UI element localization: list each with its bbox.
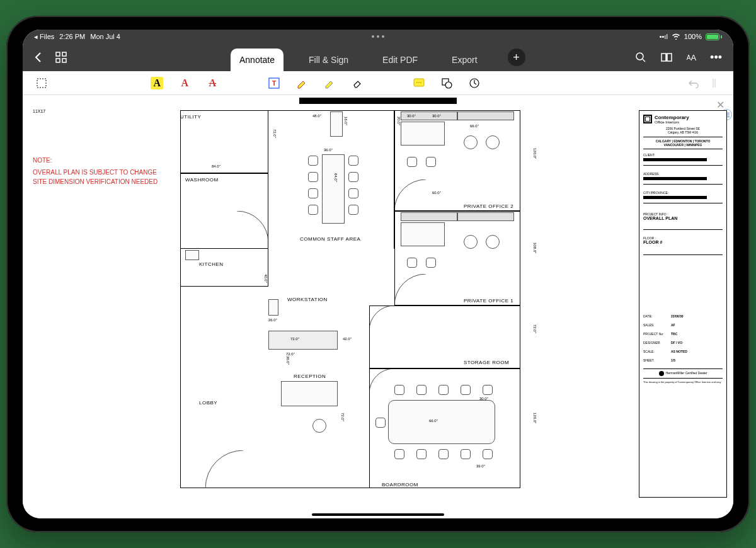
brand-address-2: Calgary, AB T5M 4G6 bbox=[643, 130, 723, 134]
room-lobby: LOBBY bbox=[199, 400, 217, 406]
floorplan-drawing: UTILITY 84.0" WASHROOM KITCHEN COMMON ST… bbox=[180, 110, 552, 498]
brand-sub: Office Interiors bbox=[655, 120, 679, 124]
room-utility: UTILITY bbox=[180, 114, 201, 120]
dim-ws-72: 72.0" bbox=[290, 337, 299, 341]
back-to-app[interactable]: ◂ Files bbox=[34, 33, 54, 41]
tab-fill-sign[interactable]: Fill & Sign bbox=[300, 49, 357, 71]
dim-right-120b: 120.0" bbox=[533, 413, 537, 423]
projectno-value: TBC bbox=[671, 332, 677, 336]
room-washroom: WASHROOM bbox=[185, 177, 219, 183]
dim-ws-40: 40.0" bbox=[264, 274, 268, 283]
svg-rect-0 bbox=[56, 52, 60, 56]
tab-annotate[interactable]: Annotate bbox=[231, 49, 284, 71]
dim-recep-72: 72.0" bbox=[341, 413, 345, 421]
dim-board-66: 66.0" bbox=[429, 419, 438, 423]
more-icon[interactable]: ••• bbox=[710, 51, 722, 64]
room-kitchen: KITCHEN bbox=[199, 261, 224, 267]
text-box-tool[interactable]: T bbox=[268, 77, 280, 89]
room-private2: PRIVATE OFFICE 2 bbox=[464, 203, 513, 209]
status-time: 2:26 PM bbox=[59, 33, 85, 40]
client-redacted bbox=[643, 158, 707, 161]
svg-rect-2 bbox=[56, 59, 60, 62]
pen-highlighter-tool[interactable] bbox=[295, 77, 308, 89]
svg-point-14 bbox=[445, 82, 452, 88]
designer-value: DF / VO bbox=[671, 341, 682, 345]
redacted-title-bar bbox=[299, 98, 457, 104]
dim-right-108: 108.0" bbox=[533, 243, 537, 253]
address-label: ADDRESS: bbox=[643, 172, 723, 176]
grid-view-icon[interactable] bbox=[55, 52, 67, 63]
dim-table-64: 64.0" bbox=[334, 173, 338, 182]
tab-edit-pdf[interactable]: Edit PDF bbox=[374, 49, 427, 71]
eraser-tool[interactable] bbox=[351, 77, 364, 89]
home-indicator[interactable] bbox=[312, 513, 444, 516]
page-size-label: 11X17 bbox=[33, 109, 45, 113]
plan-note: NOTE: OVERALL PLAN IS SUBJECT TO CHANGE … bbox=[33, 156, 158, 186]
dim-po2-66: 66.0" bbox=[470, 124, 479, 128]
dim-po2-20: 20.0" bbox=[397, 117, 401, 125]
highlight-text-tool[interactable]: A bbox=[151, 77, 163, 89]
city-label: CITY/PROVINCE: bbox=[643, 191, 723, 195]
client-label: CLIENT: bbox=[643, 153, 723, 157]
battery-icon bbox=[706, 33, 722, 40]
svg-point-10 bbox=[416, 82, 418, 83]
dim-recep-36: 36.0" bbox=[286, 356, 290, 365]
back-button[interactable] bbox=[34, 52, 42, 63]
svg-text:T: T bbox=[272, 79, 277, 87]
status-bar: ◂ Files 2:26 PM Mon Jul 4 ••ıl 100% bbox=[23, 30, 733, 43]
book-view-icon[interactable] bbox=[660, 52, 673, 62]
note-line-1: OVERALL PLAN IS SUBJECT TO CHANGE bbox=[33, 168, 158, 177]
screen: ◂ Files 2:26 PM Mon Jul 4 ••ıl 100% Anno… bbox=[23, 30, 733, 518]
toolbar-handle-icon[interactable] bbox=[708, 77, 721, 89]
address-redacted bbox=[643, 177, 707, 180]
selection-tool-icon[interactable] bbox=[35, 77, 48, 89]
dim-common-72: 72.0" bbox=[273, 129, 277, 138]
drawing-disclaimer: This drawing is the property of Contempo… bbox=[643, 381, 723, 384]
sticky-note-tool[interactable] bbox=[413, 77, 425, 89]
annotate-toolbar: A A A T bbox=[23, 71, 733, 95]
svg-point-12 bbox=[420, 82, 421, 83]
scale-value: AS NOTED bbox=[671, 350, 687, 353]
add-tab-button[interactable]: + bbox=[508, 49, 525, 66]
sales-label: SALES: bbox=[643, 323, 671, 327]
date-value: 22/06/30 bbox=[671, 314, 683, 318]
mode-tabs: Annotate Fill & Sign Edit PDF Export + bbox=[231, 43, 525, 71]
stamp-tool[interactable] bbox=[468, 77, 481, 89]
note-line-2: SITE DIMENSION VERIFICATION NEEDED bbox=[33, 177, 158, 186]
company-logo-icon bbox=[643, 115, 652, 123]
search-icon[interactable] bbox=[635, 52, 646, 63]
city-redacted bbox=[643, 196, 707, 199]
svg-point-11 bbox=[418, 82, 420, 83]
date-label: DATE: bbox=[643, 314, 671, 318]
undo-icon[interactable] bbox=[687, 77, 699, 89]
projectno-label: PROJECT No: bbox=[643, 332, 671, 336]
dim-cred-16: 16.0" bbox=[344, 117, 348, 125]
status-date: Mon Jul 4 bbox=[90, 33, 120, 40]
title-block-panel: Contemporary Office Interiors 2206 Portl… bbox=[639, 110, 727, 498]
dim-storage-72: 72.0" bbox=[533, 324, 537, 333]
room-reception: RECEPTION bbox=[294, 374, 326, 379]
underline-text-tool[interactable]: A bbox=[178, 77, 191, 89]
room-common: COMMON STAFF AREA bbox=[300, 236, 360, 242]
signal-icon: ••ıl bbox=[660, 33, 668, 40]
app-nav-bar: Annotate Fill & Sign Edit PDF Export + A… bbox=[23, 43, 733, 71]
tab-export[interactable]: Export bbox=[443, 49, 486, 71]
wifi-icon bbox=[672, 33, 680, 41]
sales-value: AF bbox=[671, 323, 675, 327]
text-size-icon[interactable]: A bbox=[687, 53, 696, 62]
dim-ws-26: 26.0" bbox=[268, 318, 277, 322]
strikethrough-text-tool[interactable]: A bbox=[206, 77, 219, 89]
marker-tool[interactable] bbox=[323, 77, 336, 89]
shape-tool[interactable] bbox=[440, 77, 453, 89]
room-workstation: WORKSTATION bbox=[287, 297, 328, 302]
multitask-dots[interactable] bbox=[372, 35, 384, 38]
ipad-device-frame: ◂ Files 2:26 PM Mon Jul 4 ••ıl 100% Anno… bbox=[6, 16, 750, 532]
document-viewport[interactable]: ✕ 11X17 NOTE: OVERALL PLAN IS SUBJECT TO… bbox=[23, 95, 733, 518]
sheet-label: SHEET: bbox=[643, 358, 671, 362]
svg-point-4 bbox=[636, 53, 643, 60]
cities-line-2: VANCOUVER | WINNIPEG bbox=[643, 143, 723, 147]
brand-name: Contemporary bbox=[655, 115, 689, 120]
note-heading: NOTE: bbox=[33, 156, 158, 165]
scale-label: SCALE: bbox=[643, 350, 671, 353]
dealer-badge: HermanMiller Certified Dealer bbox=[666, 371, 707, 375]
